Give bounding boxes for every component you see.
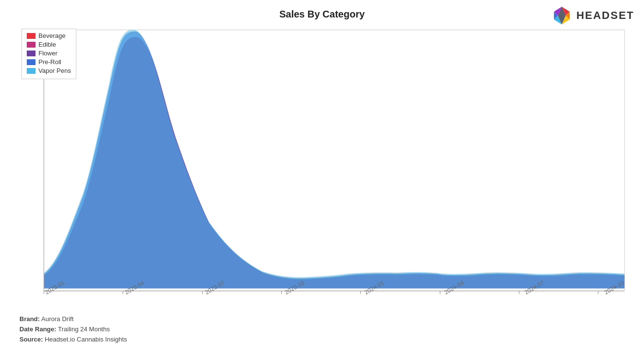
source-label: Source: [19, 336, 43, 343]
chart-title: Sales By Category [279, 9, 365, 20]
chart-svg [15, 25, 629, 311]
legend-item-preroll: Pre-Roll [27, 58, 71, 66]
legend-label-beverage: Beverage [38, 32, 66, 39]
footer-info: Brand: Aurora Drift Date Range: Trailing… [0, 311, 644, 347]
brand-label: Brand: [19, 315, 40, 323]
footer-brand: Brand: Aurora Drift [19, 314, 625, 325]
header: Sales By Category HEADSET [0, 0, 644, 25]
legend-label-vapor-pens: Vapor Pens [38, 67, 71, 74]
page-container: Sales By Category HEADSET Beverage [0, 0, 644, 359]
date-label: Date Range: [19, 325, 56, 333]
date-value: Trailing 24 Months [58, 325, 109, 333]
legend-color-flower [27, 51, 36, 56]
logo-area: HEADSET [551, 5, 634, 26]
legend-color-preroll [27, 59, 36, 65]
legend-label-edible: Edible [38, 41, 56, 48]
legend-color-vapor-pens [27, 68, 36, 74]
x-axis-labels: 2023-01 2023-04 2023-07 2023-10 2024-01 … [15, 290, 629, 297]
chart-wrapper: Beverage Edible Flower Pre-Roll Vapor Pe… [15, 25, 629, 311]
legend-item-vapor-pens: Vapor Pens [27, 67, 71, 74]
legend-item-edible: Edible [27, 41, 71, 48]
legend-item-beverage: Beverage [27, 32, 71, 39]
footer-date-range: Date Range: Trailing 24 Months [19, 325, 625, 335]
chart-legend: Beverage Edible Flower Pre-Roll Vapor Pe… [21, 29, 76, 79]
source-value: Headset.io Cannabis Insights [45, 336, 127, 343]
headset-logo-icon [551, 5, 572, 26]
legend-label-flower: Flower [38, 50, 57, 57]
logo-text: HEADSET [576, 9, 634, 22]
legend-label-preroll: Pre-Roll [38, 58, 61, 66]
legend-item-flower: Flower [27, 50, 71, 57]
brand-value: Aurora Drift [41, 315, 73, 323]
footer-source: Source: Headset.io Cannabis Insights [19, 335, 625, 345]
legend-color-edible [27, 42, 36, 48]
legend-color-beverage [27, 33, 36, 39]
